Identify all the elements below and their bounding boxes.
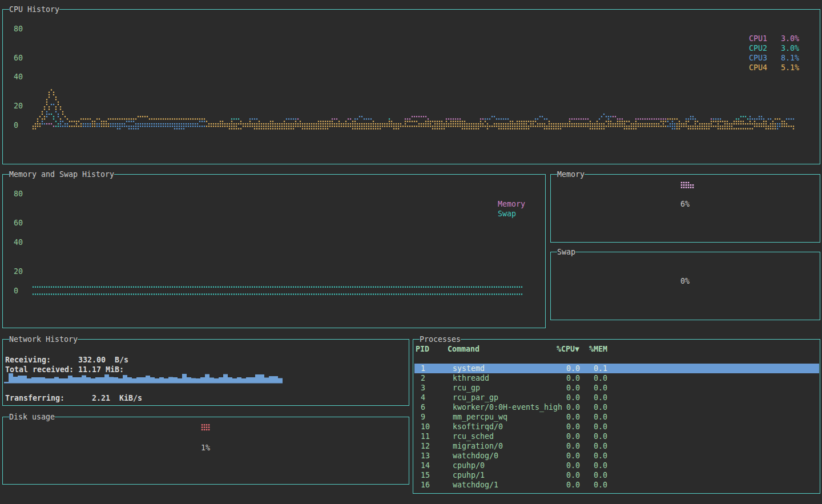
- memswap-history-title: Memory and Swap History: [9, 170, 114, 179]
- process-pid: 10: [421, 422, 430, 432]
- process-pid: 12: [421, 441, 430, 451]
- cpu-history-panel: CPU History 80 60 40 20 0 CPU1 3.0% CPU2…: [2, 9, 820, 164]
- swap-gauge-panel: Swap 0%: [550, 252, 820, 320]
- memswap-legend-memory: Memory: [498, 199, 525, 209]
- processes-header-pid[interactable]: PID: [416, 344, 429, 354]
- process-cmd: migration/0: [453, 441, 503, 451]
- network-history-panel: Network History Receiving: 332.00 B/s To…: [2, 339, 409, 406]
- cpu-y-label-40: 40: [14, 72, 23, 82]
- process-pid: 11: [421, 432, 430, 441]
- memory-gauge-percent: 6%: [680, 199, 690, 209]
- process-row-16[interactable]: 16watchdog/10.00.0: [414, 480, 819, 490]
- process-mem: 0.0: [571, 461, 607, 470]
- disk-usage-title: Disk usage: [9, 412, 55, 422]
- swap-gauge-percent: 0%: [680, 276, 690, 286]
- process-pid: 16: [421, 480, 430, 490]
- process-mem: 0.0: [571, 393, 607, 402]
- process-pid: 9: [421, 412, 425, 422]
- process-pid: 4: [421, 393, 425, 402]
- process-mem: 0.0: [571, 422, 607, 432]
- cpu-y-label-0: 0: [14, 120, 18, 130]
- process-pid: 6: [421, 402, 425, 412]
- process-mem: 0.0: [571, 402, 607, 412]
- system-monitor-tui: {"colors":{"background":"#2b2b2b","panel…: [0, 0, 822, 504]
- processes-header-cpu[interactable]: %CPU▼: [557, 344, 579, 354]
- process-cmd: kthreadd: [453, 373, 489, 383]
- process-cmd: rcu_gp: [453, 383, 480, 393]
- process-mem: 0.1: [571, 364, 607, 373]
- memswap-y-label-40: 40: [14, 237, 23, 247]
- process-pid: 15: [421, 470, 430, 480]
- process-row-11[interactable]: 11rcu_sched0.00.0: [414, 432, 819, 441]
- processes-panel[interactable]: Processes PID Command %CPU▼ %MEM 1system…: [413, 339, 820, 494]
- process-mem: 0.0: [571, 373, 607, 383]
- process-row-3[interactable]: 3rcu_gp0.00.0: [414, 383, 819, 393]
- process-cmd: systemd: [453, 364, 485, 373]
- process-cmd: watchdog/1: [453, 480, 498, 490]
- process-pid: 14: [421, 461, 430, 470]
- process-cmd: ksoftirqd/0: [453, 422, 503, 432]
- process-row-9[interactable]: 9mm_percpu_wq0.00.0: [414, 412, 819, 422]
- cpu-legend-cpu4-value: 5.1%: [772, 63, 799, 72]
- memswap-legend-swap: Swap: [498, 209, 516, 219]
- process-cmd: watchdog/0: [453, 451, 498, 461]
- process-row-15[interactable]: 15cpuhp/10.00.0: [414, 470, 819, 480]
- cpu-legend-cpu3-value: 8.1%: [772, 53, 799, 63]
- process-mem: 0.0: [571, 432, 607, 441]
- cpu-legend-cpu3-name: CPU3: [749, 53, 767, 63]
- network-history-title: Network History: [9, 334, 78, 344]
- process-pid: 1: [421, 364, 425, 373]
- processes-header-command[interactable]: Command: [448, 344, 480, 354]
- memswap-y-label-60: 60: [14, 218, 23, 228]
- process-row-12[interactable]: 12migration/00.00.0: [414, 441, 819, 451]
- cpu-y-label-60: 60: [14, 53, 23, 63]
- cpu-history-title: CPU History: [9, 5, 59, 14]
- network-receiving-line: Receiving: 332.00 B/s: [5, 355, 128, 365]
- cpu-y-label-80: 80: [14, 24, 23, 34]
- process-pid: 13: [421, 451, 430, 461]
- process-pid: 2: [421, 373, 425, 383]
- process-mem: 0.0: [571, 451, 607, 461]
- memswap-y-label-80: 80: [14, 189, 23, 199]
- memory-gauge-panel: Memory 6%: [550, 174, 820, 243]
- process-pid: 3: [421, 383, 425, 393]
- process-cmd: rcu_par_gp: [453, 393, 498, 402]
- process-mem: 0.0: [571, 383, 607, 393]
- disk-usage-panel: Disk usage 1%: [2, 417, 409, 485]
- process-mem: 0.0: [571, 470, 607, 480]
- process-mem: 0.0: [571, 441, 607, 451]
- cpu-legend-cpu4-name: CPU4: [749, 63, 767, 72]
- process-row-1[interactable]: 1systemd0.00.1: [414, 364, 819, 373]
- memory-gauge-title: Memory: [557, 170, 585, 179]
- process-cmd: mm_percpu_wq: [453, 412, 507, 422]
- process-cmd: cpuhp/0: [453, 461, 485, 470]
- memswap-history-panel: Memory and Swap History 80 60 40 20 0 Me…: [2, 174, 546, 328]
- process-cmd: rcu_sched: [453, 432, 494, 441]
- network-total-received-line: Total received: 11.17 MiB:: [5, 365, 124, 374]
- process-mem: 0.0: [571, 480, 607, 490]
- process-row-13[interactable]: 13watchdog/00.00.0: [414, 451, 819, 461]
- process-mem: 0.0: [571, 412, 607, 422]
- memswap-y-label-0: 0: [14, 286, 18, 296]
- process-cmd: cpuhp/1: [453, 470, 485, 480]
- processes-header-mem[interactable]: %MEM: [589, 344, 607, 354]
- cpu-legend-cpu1-value: 3.0%: [772, 34, 799, 43]
- swap-gauge-title: Swap: [557, 247, 575, 257]
- cpu-legend-cpu2-name: CPU2: [749, 43, 767, 53]
- cpu-y-label-20: 20: [14, 101, 23, 111]
- cpu-legend-cpu2-value: 3.0%: [772, 43, 799, 53]
- disk-usage-percent: 1%: [201, 443, 210, 453]
- process-row-6[interactable]: 6kworker/0:0H-events_high0.00.0: [414, 402, 819, 412]
- process-row-4[interactable]: 4rcu_par_gp0.00.0: [414, 393, 819, 402]
- processes-title: Processes: [420, 334, 461, 344]
- cpu-legend-cpu1-name: CPU1: [749, 34, 767, 43]
- process-row-2[interactable]: 2kthreadd0.00.0: [414, 373, 819, 383]
- network-transferring-line: Transferring: 2.21 KiB/s: [5, 393, 142, 403]
- memswap-y-label-20: 20: [14, 267, 23, 276]
- process-row-14[interactable]: 14cpuhp/00.00.0: [414, 461, 819, 470]
- process-row-10[interactable]: 10ksoftirqd/00.00.0: [414, 422, 819, 432]
